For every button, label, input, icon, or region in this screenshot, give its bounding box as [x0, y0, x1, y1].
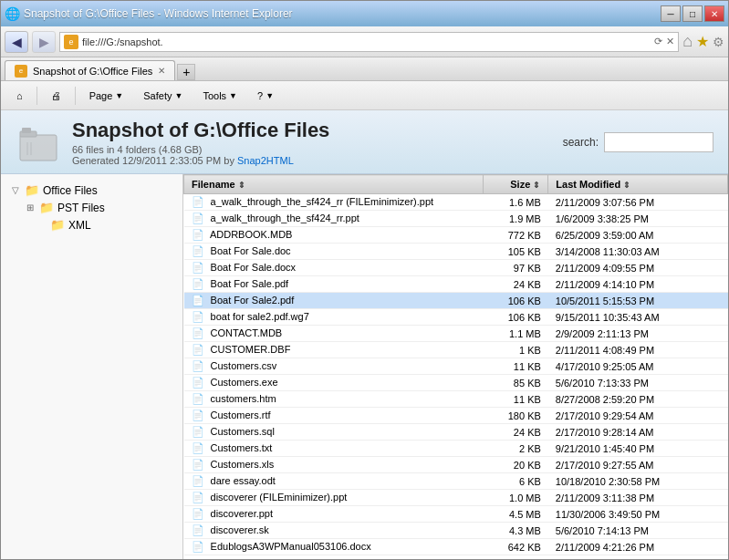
toolbar-safety-btn[interactable]: Safety ▼ — [135, 85, 191, 107]
table-row[interactable]: 📄 CONTACT.MDB 1.1 MB 2/9/2009 2:11:13 PM — [184, 326, 728, 342]
file-name-cell[interactable]: 📄 discoverer.ppt — [184, 506, 484, 523]
print-icon: 🖨 — [51, 90, 61, 101]
settings-icon[interactable]: ⚙ — [713, 35, 724, 49]
sidebar-item-pst[interactable]: ⊞ 📁 PST Files — [23, 199, 175, 216]
file-name-cell[interactable]: 📄 discoverer.sk — [184, 523, 484, 539]
toolbar-help-btn[interactable]: ? ▼ — [249, 85, 282, 107]
toolbar-print-btn[interactable]: 🖨 — [43, 85, 69, 107]
svg-rect-0 — [20, 135, 57, 161]
tools-dropdown-icon: ▼ — [229, 91, 237, 100]
date-sort-icon: ⇕ — [623, 181, 630, 190]
close-button[interactable]: ✕ — [704, 5, 724, 22]
back-button[interactable]: ◀ — [5, 31, 28, 53]
file-name-cell[interactable]: 📄 discoverer (FILEminimizer).ppt — [184, 490, 484, 506]
file-table: Filename ⇕ Size ⇕ Last Modified ⇕ — [183, 174, 728, 555]
file-name-cell[interactable]: 📄 Boat For Sale.docx — [184, 260, 484, 276]
table-row[interactable]: 📄 customers.htm 11 KB 8/27/2008 2:59:20 … — [184, 391, 728, 408]
file-size-cell: 2 KB — [483, 441, 548, 457]
file-name-cell[interactable]: 📄 Boat For Sale2.pdf — [184, 293, 484, 309]
file-name-cell[interactable]: 📄 CUSTOMER.DBF — [184, 342, 484, 358]
table-row[interactable]: 📄 boat for sale2.pdf.wg7 106 KB 9/15/201… — [184, 309, 728, 326]
file-size-cell: 11 KB — [483, 391, 548, 408]
forward-button[interactable]: ▶ — [32, 31, 56, 53]
generator-link[interactable]: Snap2HTML — [237, 155, 294, 166]
table-row[interactable]: 📄 Boat For Sale.docx 97 KB 2/11/2009 4:0… — [184, 260, 728, 276]
file-date-cell: 2/11/2009 4:14:10 PM — [548, 276, 728, 293]
file-name-cell[interactable]: 📄 ADDRBOOK.MDB — [184, 227, 484, 244]
file-name-cell[interactable]: 📄 Customers.xls — [184, 457, 484, 473]
table-row[interactable]: 📄 ADDRBOOK.MDB 772 KB 6/25/2009 3:59:00 … — [184, 227, 728, 244]
file-icon: 📄 — [192, 327, 204, 338]
browser-area: ▽ 📁 Office Files ⊞ 📁 PST Files 📁 X — [1, 174, 728, 559]
file-name-cell[interactable]: 📄 dare essay.odt — [184, 473, 484, 490]
file-size-cell: 11 KB — [483, 358, 548, 375]
sidebar-item-xml[interactable]: 📁 XML — [34, 216, 175, 233]
file-name: Customers.txt — [211, 442, 273, 453]
table-row[interactable]: 📄 discoverer.sk 4.3 MB 5/6/2010 7:14:13 … — [184, 523, 728, 539]
table-row[interactable]: 📄 Customers.sql 24 KB 2/17/2010 9:28:14 … — [184, 424, 728, 441]
main-content: Snapshot of G:\Office Files 66 files in … — [1, 110, 728, 559]
toolbar-page-btn[interactable]: Page ▼ — [81, 85, 132, 107]
search-area: search: — [563, 132, 713, 152]
table-row[interactable]: 📄 Customers.rtf 180 KB 2/17/2010 9:29:54… — [184, 408, 728, 424]
table-row[interactable]: 📄 Boat For Sale.pdf 24 KB 2/11/2009 4:14… — [184, 276, 728, 293]
file-name-cell[interactable]: 📄 Customers.txt — [184, 441, 484, 457]
file-name: CONTACT.MDB — [211, 327, 283, 338]
table-row[interactable]: 📄 dare essay.odt 6 KB 10/18/2010 2:30:58… — [184, 473, 728, 490]
sidebar-root[interactable]: ▽ 📁 Office Files — [8, 181, 175, 199]
table-row[interactable]: 📄 Customers.xls 20 KB 2/17/2010 9:27:55 … — [184, 457, 728, 473]
file-name-cell[interactable]: 📄 customers.htm — [184, 391, 484, 408]
search-input[interactable] — [604, 132, 713, 152]
file-name-cell[interactable]: 📄 Boat For Sale.pdf — [184, 276, 484, 293]
file-name: Customers.exe — [211, 377, 278, 388]
header-left: Snapshot of G:\Office Files 66 files in … — [16, 119, 329, 166]
file-name-cell[interactable]: 📄 CONTACT.MDB — [184, 326, 484, 342]
table-row[interactable]: 📄 Customers.exe 85 KB 5/6/2010 7:13:33 P… — [184, 375, 728, 391]
file-name-cell[interactable]: 📄 Customers.rtf — [184, 408, 484, 424]
file-name-cell[interactable]: 📄 a_walk_through_the_sf424_rr.ppt — [184, 211, 484, 227]
table-row[interactable]: 📄 Boat For Sale.doc 105 KB 3/14/2008 11:… — [184, 244, 728, 260]
table-row[interactable]: 📄 a_walk_through_the_sf424_rr.ppt 1.9 MB… — [184, 211, 728, 227]
file-date-cell: 2/11/2009 4:09:55 PM — [548, 260, 728, 276]
file-name-cell[interactable]: 📄 Customers.sql — [184, 424, 484, 441]
table-header-row: Filename ⇕ Size ⇕ Last Modified ⇕ — [184, 175, 728, 194]
file-date-cell: 1/6/2009 3:38:25 PM — [548, 211, 728, 227]
title-bar-left: 🌐 Snapshot of G:\Office Files - Windows … — [5, 6, 293, 21]
file-list[interactable]: Filename ⇕ Size ⇕ Last Modified ⇕ — [183, 174, 728, 559]
address-field[interactable]: e file:///G:/snapshot. ⟳ ✕ — [59, 32, 679, 52]
table-row[interactable]: 📄 a_walk_through_the_sf424_rr (FILEminim… — [184, 194, 728, 211]
file-name-cell[interactable]: 📄 Customers.exe — [184, 375, 484, 391]
address-search-icon[interactable]: ⟳ — [654, 36, 662, 47]
filename-header[interactable]: Filename ⇕ — [184, 175, 484, 194]
file-name-cell[interactable]: 📄 EdublogsA3WPManual053106.docx — [184, 539, 484, 555]
file-date-cell: 2/11/2009 3:07:56 PM — [548, 194, 728, 211]
file-date-cell: 3/14/2008 11:30:03 AM — [548, 244, 728, 260]
file-name-cell[interactable]: 📄 Boat For Sale.doc — [184, 244, 484, 260]
tab-close-icon[interactable]: ✕ — [158, 66, 165, 76]
size-header[interactable]: Size ⇕ — [483, 175, 548, 194]
file-date-cell: 2/17/2010 9:28:14 AM — [548, 424, 728, 441]
file-size-cell: 1.9 MB — [483, 211, 548, 227]
file-date-cell: 5/6/2010 7:13:33 PM — [548, 375, 728, 391]
address-close-icon[interactable]: ✕ — [666, 36, 674, 47]
file-name-cell[interactable]: 📄 Customers.csv — [184, 358, 484, 375]
file-date-cell: 2/17/2010 9:29:54 AM — [548, 408, 728, 424]
table-row[interactable]: 📄 Customers.txt 2 KB 9/21/2010 1:45:40 P… — [184, 441, 728, 457]
new-tab-button[interactable]: + — [177, 64, 195, 80]
date-header[interactable]: Last Modified ⇕ — [548, 175, 728, 194]
table-row[interactable]: 📄 Boat For Sale2.pdf 106 KB 10/5/2011 5:… — [184, 293, 728, 309]
table-row[interactable]: 📄 discoverer (FILEminimizer).ppt 1.0 MB … — [184, 490, 728, 506]
maximize-button[interactable]: □ — [682, 5, 703, 22]
file-name-cell[interactable]: 📄 boat for sale2.pdf.wg7 — [184, 309, 484, 326]
minimize-button[interactable]: ─ — [661, 5, 681, 22]
home-icon[interactable]: ⌂ — [682, 32, 693, 51]
toolbar-tools-btn[interactable]: Tools ▼ — [194, 85, 245, 107]
table-row[interactable]: 📄 EdublogsA3WPManual053106.docx 642 KB 2… — [184, 539, 728, 555]
toolbar-home-btn[interactable]: ⌂ — [8, 85, 31, 107]
tab-snapshot[interactable]: e Snapshot of G:\Office Files ✕ — [5, 60, 175, 80]
table-row[interactable]: 📄 discoverer.ppt 4.5 MB 11/30/2006 3:49:… — [184, 506, 728, 523]
file-name-cell[interactable]: 📄 a_walk_through_the_sf424_rr (FILEminim… — [184, 194, 484, 211]
table-row[interactable]: 📄 Customers.csv 11 KB 4/17/2010 9:25:05 … — [184, 358, 728, 375]
favorites-icon[interactable]: ★ — [696, 33, 709, 50]
table-row[interactable]: 📄 CUSTOMER.DBF 1 KB 2/11/2011 4:08:49 PM — [184, 342, 728, 358]
